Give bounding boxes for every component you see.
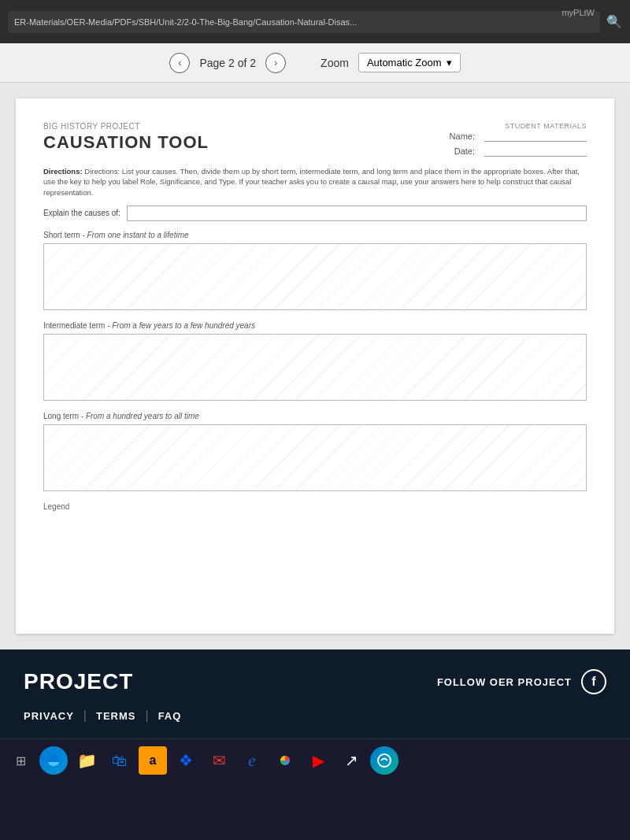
- directions-text: Directions: Directions: List your causes…: [43, 166, 587, 198]
- search-icon: 🔍: [606, 14, 622, 29]
- name-date-row: Name:: [450, 131, 587, 142]
- explain-label: Explain the causes of:: [43, 209, 120, 217]
- name-label: Name:: [450, 131, 475, 142]
- chevron-down-icon: ▾: [447, 57, 452, 68]
- facebook-icon[interactable]: f: [581, 669, 606, 694]
- edge-icon-blue[interactable]: [39, 746, 68, 775]
- edge-icon-2[interactable]: [370, 746, 398, 775]
- mail-icon[interactable]: ✉: [205, 746, 233, 775]
- footer-top: PROJECT FOLLOW OER PROJECT f: [24, 669, 606, 694]
- pdf-content: BIG HISTORY PROJECT CAUSATION TOOL STUDE…: [0, 83, 630, 649]
- url-bar[interactable]: ER-Materials/OER-Media/PDFs/SBH/Unit-2/2…: [8, 11, 600, 33]
- folder-icon[interactable]: 📁: [72, 746, 101, 775]
- explain-input[interactable]: [127, 205, 587, 221]
- terms-link[interactable]: TERMS: [96, 710, 136, 722]
- chrome-icon[interactable]: [271, 746, 299, 775]
- intermediate-term-section: Intermediate term - From a few years to …: [43, 321, 587, 401]
- zoom-dropdown[interactable]: Automatic Zoom ▾: [358, 53, 461, 72]
- zoom-value: Automatic Zoom: [367, 57, 442, 68]
- svg-point-1: [378, 754, 391, 767]
- pdf-page: BIG HISTORY PROJECT CAUSATION TOOL STUDE…: [16, 98, 614, 634]
- divider-2: |: [145, 709, 148, 723]
- footer: PROJECT FOLLOW OER PROJECT f PRIVACY | T…: [0, 649, 630, 738]
- follow-text: FOLLOW OER PROJECT: [437, 676, 572, 688]
- intermediate-term-label: Intermediate term - From a few years to …: [43, 321, 587, 330]
- next-page-button[interactable]: ›: [265, 53, 286, 73]
- long-term-section: Long term - From a hundred years to all …: [43, 412, 587, 491]
- short-term-section: Short term - From one instant to a lifet…: [43, 231, 587, 310]
- divider-1: |: [83, 709, 87, 723]
- faq-link[interactable]: FAQ: [158, 710, 182, 722]
- date-row: Date:: [450, 146, 587, 157]
- privacy-link[interactable]: PRIVACY: [24, 710, 74, 722]
- date-input[interactable]: [484, 146, 587, 157]
- long-term-label: Long term - From a hundred years to all …: [43, 412, 587, 420]
- page-title: CAUSATION TOOL: [43, 132, 209, 153]
- legend-label: Legend: [43, 502, 587, 511]
- short-term-box[interactable]: [43, 243, 587, 310]
- taskbar: ⊞ 📁 🛍 a ❖ ✉ e ▶ ↗: [0, 738, 630, 782]
- footer-follow: FOLLOW OER PROJECT f: [437, 669, 606, 694]
- intermediate-term-box[interactable]: [43, 334, 587, 401]
- url-text: ER-Materials/OER-Media/PDFs/SBH/Unit-2/2…: [14, 17, 357, 27]
- name-input[interactable]: [484, 131, 587, 142]
- amazon-icon[interactable]: a: [139, 746, 167, 775]
- student-materials-label: STUDENT MATERIALS: [450, 122, 587, 130]
- page-info: Page 2 of 2: [199, 57, 256, 69]
- store-icon[interactable]: 🛍: [106, 746, 134, 775]
- youtube-icon[interactable]: ▶: [304, 746, 332, 775]
- browser-bar: myPLtW ER-Materials/OER-Media/PDFs/SBH/U…: [0, 0, 630, 43]
- short-term-label: Short term - From one instant to a lifet…: [43, 231, 587, 239]
- long-term-box[interactable]: [43, 424, 587, 491]
- date-label: Date:: [454, 146, 475, 157]
- prev-page-button[interactable]: ‹: [169, 53, 190, 73]
- project-label: BIG HISTORY PROJECT: [43, 122, 209, 131]
- footer-project-label: PROJECT: [24, 669, 133, 694]
- arrow-icon[interactable]: ↗: [337, 746, 365, 775]
- explain-causes-row: Explain the causes of:: [43, 205, 587, 221]
- dropbox-icon[interactable]: ❖: [172, 746, 200, 775]
- desktop-icon[interactable]: ⊞: [6, 746, 35, 775]
- zoom-label: Zoom: [321, 57, 349, 69]
- pdf-toolbar: ‹ Page 2 of 2 › Zoom Automatic Zoom ▾: [0, 43, 630, 83]
- ie-icon[interactable]: e: [238, 746, 266, 775]
- myplw-label: myPLtW: [561, 8, 595, 17]
- footer-links: PRIVACY | TERMS | FAQ: [24, 709, 606, 723]
